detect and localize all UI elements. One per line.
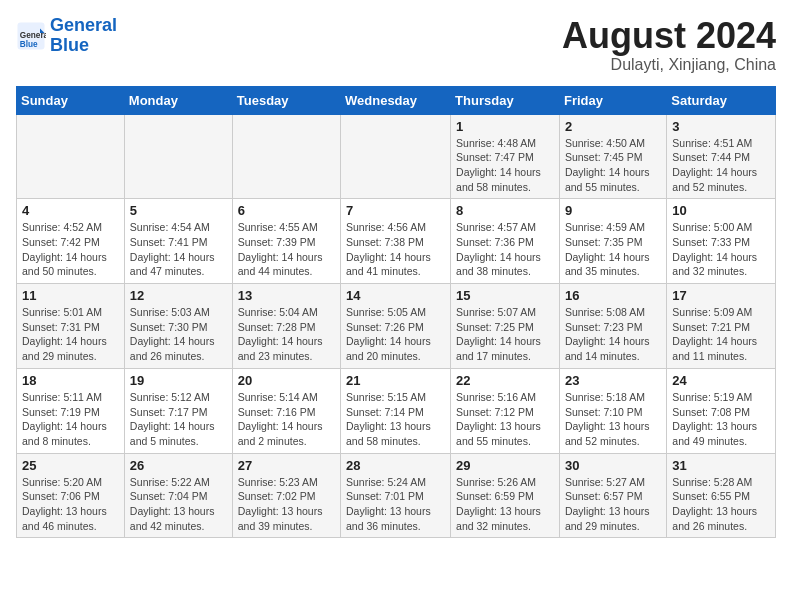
day-cell [17,114,125,199]
day-cell [124,114,232,199]
day-header-monday: Monday [124,86,232,114]
day-info: Sunrise: 4:57 AM Sunset: 7:36 PM Dayligh… [456,220,554,279]
day-number: 4 [22,203,119,218]
day-info: Sunrise: 4:56 AM Sunset: 7:38 PM Dayligh… [346,220,445,279]
day-cell: 23Sunrise: 5:18 AM Sunset: 7:10 PM Dayli… [559,368,666,453]
day-info: Sunrise: 5:00 AM Sunset: 7:33 PM Dayligh… [672,220,770,279]
day-cell: 3Sunrise: 4:51 AM Sunset: 7:44 PM Daylig… [667,114,776,199]
day-info: Sunrise: 4:51 AM Sunset: 7:44 PM Dayligh… [672,136,770,195]
day-cell [341,114,451,199]
day-number: 24 [672,373,770,388]
day-number: 3 [672,119,770,134]
day-cell: 13Sunrise: 5:04 AM Sunset: 7:28 PM Dayli… [232,284,340,369]
day-number: 14 [346,288,445,303]
day-cell: 6Sunrise: 4:55 AM Sunset: 7:39 PM Daylig… [232,199,340,284]
day-info: Sunrise: 5:26 AM Sunset: 6:59 PM Dayligh… [456,475,554,534]
day-number: 1 [456,119,554,134]
day-header-friday: Friday [559,86,666,114]
day-number: 26 [130,458,227,473]
day-number: 13 [238,288,335,303]
day-info: Sunrise: 5:14 AM Sunset: 7:16 PM Dayligh… [238,390,335,449]
day-number: 6 [238,203,335,218]
month-year: August 2024 [562,16,776,56]
day-cell [232,114,340,199]
day-info: Sunrise: 5:22 AM Sunset: 7:04 PM Dayligh… [130,475,227,534]
day-cell: 4Sunrise: 4:52 AM Sunset: 7:42 PM Daylig… [17,199,125,284]
day-info: Sunrise: 5:18 AM Sunset: 7:10 PM Dayligh… [565,390,661,449]
day-info: Sunrise: 5:09 AM Sunset: 7:21 PM Dayligh… [672,305,770,364]
day-number: 12 [130,288,227,303]
day-info: Sunrise: 5:04 AM Sunset: 7:28 PM Dayligh… [238,305,335,364]
day-number: 18 [22,373,119,388]
day-number: 2 [565,119,661,134]
calendar-table: SundayMondayTuesdayWednesdayThursdayFrid… [16,86,776,539]
day-header-sunday: Sunday [17,86,125,114]
day-number: 28 [346,458,445,473]
day-cell: 14Sunrise: 5:05 AM Sunset: 7:26 PM Dayli… [341,284,451,369]
day-info: Sunrise: 5:01 AM Sunset: 7:31 PM Dayligh… [22,305,119,364]
day-info: Sunrise: 5:24 AM Sunset: 7:01 PM Dayligh… [346,475,445,534]
day-cell: 15Sunrise: 5:07 AM Sunset: 7:25 PM Dayli… [451,284,560,369]
week-row-2: 4Sunrise: 4:52 AM Sunset: 7:42 PM Daylig… [17,199,776,284]
day-cell: 25Sunrise: 5:20 AM Sunset: 7:06 PM Dayli… [17,453,125,538]
day-header-saturday: Saturday [667,86,776,114]
day-cell: 10Sunrise: 5:00 AM Sunset: 7:33 PM Dayli… [667,199,776,284]
logo-line2: Blue [50,35,89,55]
day-cell: 5Sunrise: 4:54 AM Sunset: 7:41 PM Daylig… [124,199,232,284]
day-cell: 9Sunrise: 4:59 AM Sunset: 7:35 PM Daylig… [559,199,666,284]
day-number: 17 [672,288,770,303]
day-number: 19 [130,373,227,388]
title-area: August 2024 Dulayti, Xinjiang, China [562,16,776,74]
day-cell: 18Sunrise: 5:11 AM Sunset: 7:19 PM Dayli… [17,368,125,453]
day-cell: 11Sunrise: 5:01 AM Sunset: 7:31 PM Dayli… [17,284,125,369]
day-cell: 7Sunrise: 4:56 AM Sunset: 7:38 PM Daylig… [341,199,451,284]
day-cell: 8Sunrise: 4:57 AM Sunset: 7:36 PM Daylig… [451,199,560,284]
day-info: Sunrise: 4:55 AM Sunset: 7:39 PM Dayligh… [238,220,335,279]
day-number: 5 [130,203,227,218]
logo: General Blue General Blue [16,16,117,56]
day-number: 22 [456,373,554,388]
day-cell: 28Sunrise: 5:24 AM Sunset: 7:01 PM Dayli… [341,453,451,538]
header: General Blue General Blue August 2024 Du… [16,16,776,74]
day-cell: 20Sunrise: 5:14 AM Sunset: 7:16 PM Dayli… [232,368,340,453]
week-row-4: 18Sunrise: 5:11 AM Sunset: 7:19 PM Dayli… [17,368,776,453]
day-info: Sunrise: 5:08 AM Sunset: 7:23 PM Dayligh… [565,305,661,364]
day-cell: 29Sunrise: 5:26 AM Sunset: 6:59 PM Dayli… [451,453,560,538]
day-info: Sunrise: 5:15 AM Sunset: 7:14 PM Dayligh… [346,390,445,449]
day-cell: 19Sunrise: 5:12 AM Sunset: 7:17 PM Dayli… [124,368,232,453]
day-info: Sunrise: 5:20 AM Sunset: 7:06 PM Dayligh… [22,475,119,534]
day-number: 20 [238,373,335,388]
day-info: Sunrise: 5:19 AM Sunset: 7:08 PM Dayligh… [672,390,770,449]
day-info: Sunrise: 5:28 AM Sunset: 6:55 PM Dayligh… [672,475,770,534]
day-cell: 12Sunrise: 5:03 AM Sunset: 7:30 PM Dayli… [124,284,232,369]
day-header-tuesday: Tuesday [232,86,340,114]
svg-text:Blue: Blue [20,39,38,48]
day-info: Sunrise: 4:54 AM Sunset: 7:41 PM Dayligh… [130,220,227,279]
week-row-5: 25Sunrise: 5:20 AM Sunset: 7:06 PM Dayli… [17,453,776,538]
day-number: 25 [22,458,119,473]
day-info: Sunrise: 4:59 AM Sunset: 7:35 PM Dayligh… [565,220,661,279]
day-number: 8 [456,203,554,218]
day-number: 27 [238,458,335,473]
day-info: Sunrise: 5:03 AM Sunset: 7:30 PM Dayligh… [130,305,227,364]
day-cell: 27Sunrise: 5:23 AM Sunset: 7:02 PM Dayli… [232,453,340,538]
day-info: Sunrise: 5:12 AM Sunset: 7:17 PM Dayligh… [130,390,227,449]
day-info: Sunrise: 5:07 AM Sunset: 7:25 PM Dayligh… [456,305,554,364]
logo-text: General Blue [50,16,117,56]
day-info: Sunrise: 5:27 AM Sunset: 6:57 PM Dayligh… [565,475,661,534]
day-header-thursday: Thursday [451,86,560,114]
day-info: Sunrise: 4:50 AM Sunset: 7:45 PM Dayligh… [565,136,661,195]
day-cell: 30Sunrise: 5:27 AM Sunset: 6:57 PM Dayli… [559,453,666,538]
day-info: Sunrise: 5:16 AM Sunset: 7:12 PM Dayligh… [456,390,554,449]
day-cell: 17Sunrise: 5:09 AM Sunset: 7:21 PM Dayli… [667,284,776,369]
day-number: 11 [22,288,119,303]
week-row-1: 1Sunrise: 4:48 AM Sunset: 7:47 PM Daylig… [17,114,776,199]
day-info: Sunrise: 4:52 AM Sunset: 7:42 PM Dayligh… [22,220,119,279]
day-cell: 2Sunrise: 4:50 AM Sunset: 7:45 PM Daylig… [559,114,666,199]
day-number: 16 [565,288,661,303]
day-number: 23 [565,373,661,388]
logo-icon: General Blue [16,21,46,51]
day-info: Sunrise: 4:48 AM Sunset: 7:47 PM Dayligh… [456,136,554,195]
week-row-3: 11Sunrise: 5:01 AM Sunset: 7:31 PM Dayli… [17,284,776,369]
day-cell: 22Sunrise: 5:16 AM Sunset: 7:12 PM Dayli… [451,368,560,453]
